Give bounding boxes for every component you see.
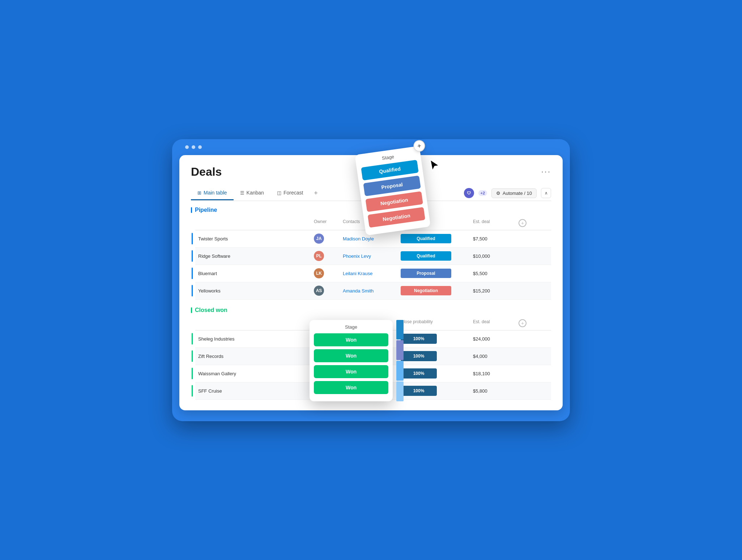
contact-name[interactable]: Amanda Smith (343, 288, 374, 294)
pipeline-color-bar (191, 207, 192, 213)
cell-name-zift[interactable]: Zift Records (195, 351, 311, 362)
row-color-bar (192, 368, 193, 379)
plus-badge: +2 (478, 190, 487, 196)
col-header-add-cw[interactable]: + (513, 318, 532, 329)
company-name: Ridge Software (198, 253, 230, 259)
cell-name-ridge[interactable]: Ridge Software (195, 251, 311, 262)
more-options-button[interactable]: ··· (541, 167, 551, 176)
stage-badge[interactable]: Negotiation (401, 286, 451, 295)
pipeline-group-title: Pipeline (195, 207, 217, 213)
row-color-bar (192, 333, 193, 345)
table-row: Ridge Software PL Phoenix Levy Qualified… (195, 248, 551, 265)
contact-name[interactable]: Phoenix Levy (343, 253, 371, 259)
company-name: Yelloworks (198, 288, 221, 294)
row-color-bar (192, 250, 193, 262)
won-popup-title: Stage (314, 324, 388, 330)
cell-close-prob-zift: 100% (398, 348, 470, 364)
cell-name-yelloworks[interactable]: Yelloworks (195, 285, 311, 296)
won-option-3[interactable]: Won (314, 365, 388, 378)
stage-dropdown-popup[interactable]: + Stage Qualified Proposal Negotiation N… (355, 146, 431, 235)
cell-owner-bluemart: LK (311, 265, 340, 281)
cell-stage-twister[interactable]: Qualified (398, 231, 470, 246)
company-name: Twister Sports (198, 236, 228, 241)
cell-contact-yelloworks[interactable]: Amanda Smith (340, 285, 398, 296)
browser-dot-2 (192, 145, 195, 149)
add-tab-button[interactable]: + (310, 186, 322, 201)
won-dropdown-popup[interactable]: Stage Won Won Won Won (310, 320, 393, 401)
contact-name[interactable]: Leilani Krause (343, 271, 372, 276)
stage-badge[interactable]: Qualified (401, 251, 451, 261)
chevron-up-icon: ∧ (545, 191, 548, 196)
contact-name[interactable]: Madison Doyle (343, 236, 374, 241)
add-column-cw-button[interactable]: + (519, 319, 526, 327)
shield-icon: 🛡 (467, 191, 471, 195)
cell-add-twister (513, 236, 532, 241)
cell-stage-bluemart[interactable]: Proposal (398, 266, 470, 281)
cell-add-zift (513, 353, 532, 359)
automate-button[interactable]: ⚙ Automate / 10 (491, 188, 537, 198)
col-header-close-prob: Close probability (398, 318, 470, 329)
add-column-button[interactable]: + (519, 219, 526, 227)
row-color-bar (192, 233, 193, 244)
cell-owner-ridge: PL (311, 248, 340, 264)
cell-close-prob-waissman: 100% (398, 366, 470, 381)
close-probability-bar: 100% (401, 368, 437, 379)
won-option-4[interactable]: Won (314, 381, 388, 394)
swatch-teal (396, 320, 404, 340)
forecast-icon: ◫ (277, 190, 281, 196)
user-avatar-badge: 🛡 (464, 188, 474, 198)
stage-badge[interactable]: Qualified (401, 234, 451, 243)
won-option-2[interactable]: Won (314, 349, 388, 362)
cell-contact-ridge[interactable]: Phoenix Levy (340, 251, 398, 262)
browser-dot-1 (185, 145, 189, 149)
cell-add-sheleg (513, 336, 532, 342)
cell-add-ridge (513, 253, 532, 259)
swatch-pale-blue (396, 381, 404, 401)
cell-est-deal-sff: $5,800 (470, 385, 513, 397)
toolbar-right: 🛡 +2 ⚙ Automate / 10 ∧ (464, 188, 551, 198)
company-name: Bluemart (198, 271, 217, 276)
company-name: Sheleg Industries (198, 336, 234, 342)
cell-stage-yelloworks[interactable]: Negotiation (398, 283, 470, 298)
swatch-purple (396, 340, 404, 360)
cell-est-deal-yelloworks: $15,200 (470, 285, 513, 296)
automate-label: Automate / 10 (503, 191, 532, 196)
stage-badge[interactable]: Proposal (401, 269, 451, 278)
company-name: SFF Cruise (198, 388, 222, 394)
cell-est-deal-waissman: $18,100 (470, 368, 513, 379)
closed-won-group-header: Closed won (191, 307, 551, 313)
col-header-owner: Owner (311, 218, 340, 228)
collapse-button[interactable]: ∧ (541, 188, 551, 198)
tab-forecast[interactable]: ◫ Forecast (270, 186, 310, 200)
company-name: Zift Records (198, 354, 223, 359)
cell-name-sff[interactable]: SFF Cruise (195, 385, 311, 397)
tab-main-table[interactable]: ⊞ Main table (191, 186, 234, 200)
swatch-light-blue (396, 361, 404, 381)
cell-name-twister[interactable]: Twister Sports (195, 233, 311, 244)
cell-stage-ridge[interactable]: Qualified (398, 248, 470, 264)
row-color-bar (192, 385, 193, 397)
cell-est-deal-twister: $7,500 (470, 233, 513, 244)
col-header-est-deal: Est. deal (470, 218, 513, 228)
cell-add-yelloworks (513, 288, 532, 294)
tab-forecast-label: Forecast (283, 190, 303, 196)
page-title: Deals (191, 165, 222, 179)
company-name: Waissman Gallery (198, 371, 236, 376)
avatar: LK (314, 268, 324, 278)
col-header-add[interactable]: + (513, 218, 532, 228)
row-color-bar (192, 285, 193, 296)
cell-name-waissman[interactable]: Waissman Gallery (195, 368, 311, 379)
cell-est-deal-zift: $4,000 (470, 351, 513, 362)
cell-contact-bluemart[interactable]: Leilani Krause (340, 268, 398, 279)
cell-name-sheleg[interactable]: Sheleg Industries (195, 333, 311, 345)
browser-dot-3 (198, 145, 202, 149)
cell-add-bluemart (513, 270, 532, 276)
cell-close-prob-sff: 100% (398, 383, 470, 399)
cell-close-prob-sheleg: 100% (398, 331, 470, 347)
col-header-est-deal-cw: Est. deal (470, 318, 513, 329)
tab-kanban-label: Kanban (247, 190, 264, 196)
won-option-1[interactable]: Won (314, 333, 388, 346)
cell-name-bluemart[interactable]: Bluemart (195, 268, 311, 279)
tab-kanban[interactable]: ☰ Kanban (234, 186, 270, 200)
robot-icon: ⚙ (496, 191, 500, 196)
